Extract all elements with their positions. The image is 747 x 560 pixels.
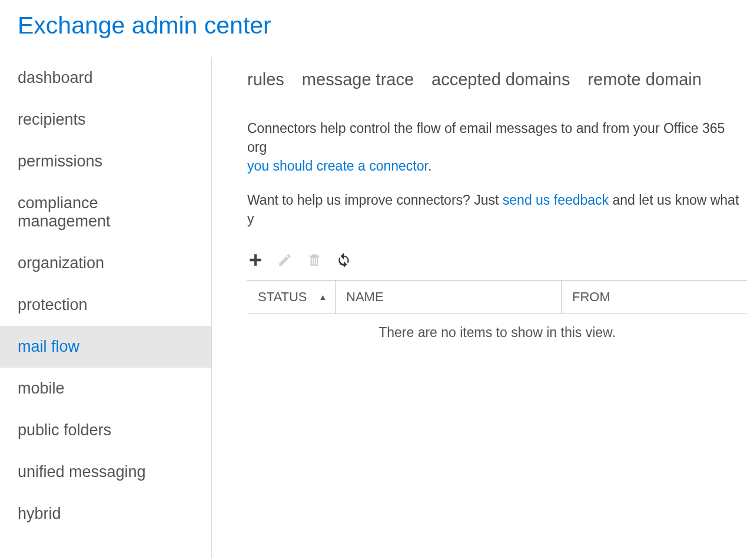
toolbar — [247, 243, 747, 280]
tab-remote-domain[interactable]: remote domain — [587, 70, 701, 89]
sidebar-item-permissions[interactable]: permissions — [0, 141, 211, 182]
description-line1-prefix: Connectors help control the flow of emai… — [247, 121, 725, 155]
tab-accepted-domains[interactable]: accepted domains — [431, 70, 570, 89]
trash-icon — [307, 252, 322, 268]
tab-message-trace[interactable]: message trace — [302, 70, 414, 89]
column-status-label: STATUS — [258, 289, 307, 305]
sidebar-item-hybrid[interactable]: hybrid — [0, 493, 211, 535]
refresh-icon — [336, 252, 351, 268]
description-line2-prefix: Want to help us improve connectors? Just — [247, 192, 503, 208]
header: Exchange admin center — [0, 0, 747, 57]
sidebar-item-mail-flow[interactable]: mail flow — [0, 326, 211, 368]
add-button[interactable] — [247, 252, 264, 268]
link-create-connector[interactable]: you should create a connector — [247, 158, 428, 174]
empty-message: There are no items to show in this view. — [247, 314, 747, 351]
sidebar-item-compliance-management[interactable]: compliance management — [0, 182, 211, 242]
sidebar-item-protection[interactable]: protection — [0, 284, 211, 326]
sidebar: dashboard recipients permissions complia… — [0, 57, 212, 558]
sort-asc-icon: ▲ — [319, 292, 327, 302]
link-send-feedback[interactable]: send us feedback — [503, 192, 609, 208]
sidebar-item-organization[interactable]: organization — [0, 242, 211, 284]
plus-icon — [248, 252, 263, 268]
edit-button — [277, 252, 293, 268]
delete-button — [306, 252, 323, 268]
pencil-icon — [277, 252, 293, 268]
column-name[interactable]: NAME — [336, 281, 562, 314]
column-name-label: NAME — [346, 289, 384, 305]
description-text: Connectors help control the flow of emai… — [247, 119, 747, 191]
page-title: Exchange admin center — [18, 12, 729, 39]
column-status[interactable]: STATUS ▲ — [247, 281, 336, 314]
table-header: STATUS ▲ NAME FROM — [247, 281, 747, 314]
sidebar-item-mobile[interactable]: mobile — [0, 368, 211, 409]
feedback-text: Want to help us improve connectors? Just… — [247, 191, 747, 243]
sidebar-item-dashboard[interactable]: dashboard — [0, 57, 211, 99]
tabs: rules message trace accepted domains rem… — [247, 57, 747, 119]
container: dashboard recipients permissions complia… — [0, 57, 747, 558]
tab-rules[interactable]: rules — [247, 70, 284, 89]
main-content: rules message trace accepted domains rem… — [212, 57, 747, 558]
description-line1-suffix: . — [428, 158, 431, 174]
column-from[interactable]: FROM — [562, 281, 747, 314]
connectors-table: STATUS ▲ NAME FROM There are no items to… — [247, 280, 747, 351]
sidebar-item-unified-messaging[interactable]: unified messaging — [0, 451, 211, 493]
refresh-button[interactable] — [336, 252, 352, 268]
sidebar-item-public-folders[interactable]: public folders — [0, 409, 211, 451]
sidebar-item-recipients[interactable]: recipients — [0, 99, 211, 141]
column-from-label: FROM — [572, 289, 610, 305]
